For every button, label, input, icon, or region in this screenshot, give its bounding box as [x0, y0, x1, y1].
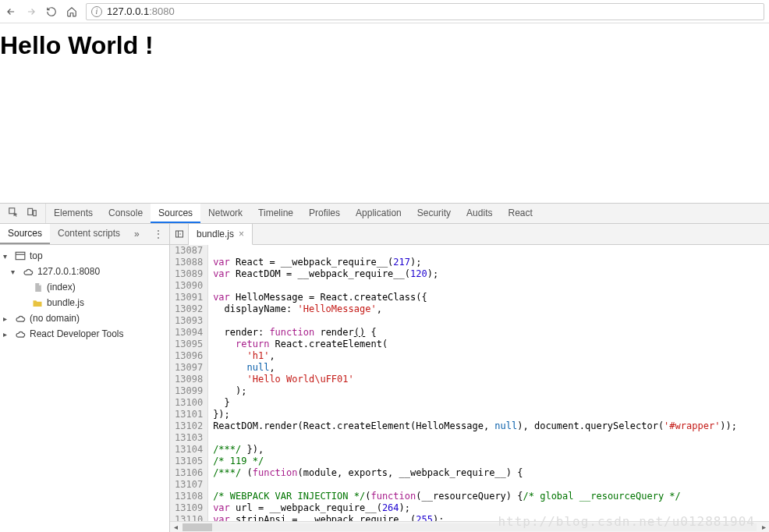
devtools-tab-console[interactable]: Console	[101, 204, 151, 223]
code-lines[interactable]: var React = __webpack_require__(217);var…	[208, 245, 769, 521]
tree-origin[interactable]: ▾ 127.0.0.1:8080	[0, 264, 169, 279]
scroll-left-icon[interactable]: ◂	[170, 523, 181, 531]
more-tabs-icon[interactable]: »	[128, 224, 146, 244]
file-tab-bundle-js[interactable]: bundle.js ×	[189, 224, 253, 245]
document-icon	[31, 282, 44, 293]
inspect-element-icon[interactable]	[8, 207, 19, 220]
window-icon	[14, 250, 27, 261]
cloud-icon	[14, 313, 27, 324]
line-gutter: 1308713088130891309013091130921309313094…	[170, 245, 208, 521]
devtools-tab-timeline[interactable]: Timeline	[250, 204, 301, 223]
sources-navigator[interactable]: ▾ top ▾ 127.0.0.1:8080 (index)	[0, 245, 170, 532]
tree-top-label: top	[30, 250, 43, 261]
forward-button[interactable]	[25, 5, 37, 18]
editor-tabbar: bundle.js ×	[170, 224, 769, 244]
devtools-tab-elements[interactable]: Elements	[46, 204, 101, 223]
folder-icon	[31, 297, 44, 308]
address-bar[interactable]: i 127.0.0.1:8080	[86, 3, 764, 20]
page-heading: Hello World !	[0, 31, 769, 60]
code-editor[interactable]: 1308713088130891309013091130921309313094…	[170, 245, 769, 521]
tree-file-index[interactable]: (index)	[0, 279, 169, 295]
tree-extra-label: (no domain)	[30, 313, 80, 324]
page-viewport: Hello World !	[0, 23, 769, 203]
devtools-tab-sources[interactable]: Sources	[151, 204, 200, 223]
close-icon[interactable]: ×	[239, 229, 244, 239]
url-text: 127.0.0.1:8080	[107, 5, 175, 17]
scroll-track[interactable]	[183, 523, 757, 531]
browser-toolbar: i 127.0.0.1:8080	[0, 0, 769, 23]
tree-file-bundle[interactable]: bundle.js	[0, 295, 169, 310]
cloud-icon	[22, 266, 34, 277]
devtools-panel: ElementsConsoleSourcesNetworkTimelinePro…	[0, 203, 769, 532]
toggle-device-icon[interactable]	[27, 207, 37, 220]
svg-rect-5	[16, 252, 25, 259]
tree-top[interactable]: ▾ top	[0, 248, 169, 264]
devtools-tab-profiles[interactable]: Profiles	[301, 204, 348, 223]
devtools-tab-security[interactable]: Security	[409, 204, 459, 223]
devtools-tab-audits[interactable]: Audits	[459, 204, 500, 223]
reload-button[interactable]	[45, 5, 58, 18]
tree-origin-label: 127.0.0.1:8080	[37, 266, 100, 277]
devtools-body: ▾ top ▾ 127.0.0.1:8080 (index)	[0, 245, 769, 532]
scroll-right-icon[interactable]: ▸	[758, 523, 769, 531]
tree-react-devtools[interactable]: ▸ React Developer Tools	[0, 326, 169, 342]
tree-file-label: bundle.js	[47, 297, 84, 308]
home-button[interactable]	[66, 5, 78, 18]
tree-extra-label: React Developer Tools	[30, 328, 124, 339]
devtools-tabbar: ElementsConsoleSourcesNetworkTimelinePro…	[0, 204, 769, 224]
file-tab-label: bundle.js	[197, 229, 234, 239]
scroll-thumb[interactable]	[183, 523, 212, 531]
devtools-tab-application[interactable]: Application	[348, 204, 409, 223]
back-button[interactable]	[5, 5, 17, 18]
tree-no-domain[interactable]: ▸ (no domain)	[0, 310, 169, 326]
devtools-subbar: SourcesContent scripts » ⋮ bundle.js ×	[0, 224, 769, 245]
sources-nav-header: SourcesContent scripts » ⋮	[0, 224, 170, 244]
nav-tab-sources[interactable]: Sources	[0, 224, 50, 244]
svg-rect-1	[28, 208, 33, 215]
nav-tab-content-scripts[interactable]: Content scripts	[50, 224, 128, 244]
cloud-icon	[14, 328, 27, 339]
devtools-tab-network[interactable]: Network	[200, 204, 250, 223]
horizontal-scrollbar[interactable]: ◂ ▸	[170, 521, 769, 532]
devtools-tab-react[interactable]: React	[500, 204, 540, 223]
site-info-icon[interactable]: i	[91, 6, 102, 17]
toggle-navigator-icon[interactable]	[170, 224, 189, 244]
svg-rect-2	[34, 211, 37, 216]
tree-file-label: (index)	[47, 282, 76, 293]
nav-menu-icon[interactable]: ⋮	[147, 224, 169, 244]
